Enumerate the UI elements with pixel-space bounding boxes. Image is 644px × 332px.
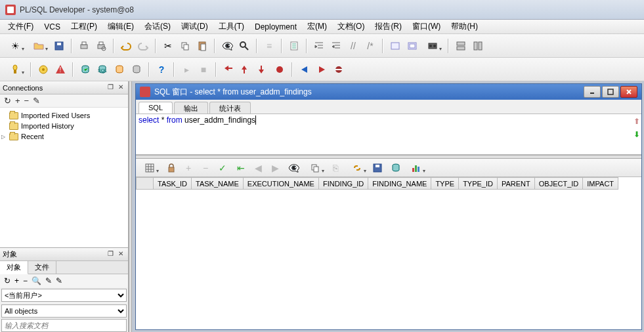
db1-button[interactable]	[112, 62, 127, 77]
find-icon[interactable]: 🔍	[32, 276, 41, 285]
panel-close-icon[interactable]: ✕	[116, 83, 125, 93]
panel-close-icon[interactable]: ✕	[116, 250, 125, 259]
uncomment-button[interactable]: /*	[362, 38, 378, 54]
new-button[interactable]: ☀	[4, 38, 26, 54]
result-grid[interactable]: TASK_ID TASK_NAME EXECUTION_NAME FINDING…	[136, 177, 641, 329]
rollback-button[interactable]: SQL	[95, 62, 110, 77]
rename-icon[interactable]: ✎	[33, 96, 40, 106]
add-icon[interactable]: +	[14, 276, 19, 285]
toggle-breakpoint-button[interactable]	[331, 62, 347, 77]
tab-output[interactable]: 输出	[174, 102, 208, 114]
prev-button[interactable]: ◀	[250, 160, 266, 176]
tree-item[interactable]: Imported Fixed Users	[3, 110, 125, 121]
debug-stop-button[interactable]: ■	[196, 62, 211, 77]
debug-run-button[interactable]: ▸	[179, 62, 194, 77]
link-button[interactable]	[346, 160, 368, 176]
connections-tree[interactable]: Imported Fixed Users Imported History Re…	[0, 108, 128, 247]
paste-button[interactable]	[194, 38, 210, 54]
chart-button[interactable]	[405, 160, 427, 176]
step-out-button[interactable]	[255, 62, 270, 77]
first-button[interactable]: ⇤	[233, 160, 249, 176]
search-input[interactable]	[1, 319, 127, 332]
menu-edit[interactable]: 编辑(E)	[102, 20, 139, 33]
copy-results-button[interactable]	[304, 160, 326, 176]
delete-row-button[interactable]: −	[198, 160, 213, 176]
bookmark-button[interactable]	[387, 38, 403, 54]
nav-back-button[interactable]	[297, 62, 312, 77]
comment-button[interactable]: //	[345, 38, 361, 54]
column-header[interactable]: TYPE	[431, 178, 459, 190]
tree-item[interactable]: Recent	[3, 131, 125, 142]
next-button[interactable]: ▶	[267, 160, 283, 176]
tile-v-button[interactable]	[470, 38, 486, 54]
find-next-button[interactable]	[236, 38, 252, 54]
execute-button[interactable]	[35, 62, 51, 77]
nav-fwd-button[interactable]	[314, 62, 330, 77]
run-to-cursor-button[interactable]	[272, 62, 288, 77]
logon-button[interactable]	[4, 62, 26, 77]
panel-restore-icon[interactable]: ❐	[106, 83, 115, 93]
menu-tools[interactable]: 工具(T)	[213, 20, 249, 33]
clear-button[interactable]	[388, 160, 404, 176]
refresh-icon[interactable]: ↻	[4, 276, 11, 285]
cut-button[interactable]: ✂	[160, 38, 176, 54]
minimize-button[interactable]	[584, 86, 601, 98]
grid-button[interactable]	[139, 160, 161, 176]
tree-item[interactable]: Imported History	[3, 121, 125, 131]
menu-macro[interactable]: 宏(M)	[302, 20, 332, 33]
scroll-up-icon[interactable]: ⬆	[633, 117, 640, 126]
step-into-button[interactable]	[238, 62, 253, 77]
copy-button[interactable]	[177, 38, 193, 54]
menu-deployment[interactable]: Deployment	[249, 21, 302, 33]
menu-session[interactable]: 会话(S)	[139, 20, 176, 33]
tab-sql[interactable]: SQL	[139, 102, 173, 114]
step-over-button[interactable]	[221, 62, 236, 77]
open-button[interactable]	[28, 38, 50, 54]
lock-button[interactable]	[163, 160, 179, 176]
unindent-button[interactable]	[328, 38, 344, 54]
help-button[interactable]: ?	[154, 62, 169, 77]
user-select[interactable]: <当前用户>	[1, 289, 127, 302]
add-icon[interactable]: +	[15, 96, 20, 106]
row-number-header[interactable]	[137, 178, 154, 190]
query-by-example-button[interactable]: 👁‍🗨	[286, 160, 301, 176]
scroll-down-icon[interactable]: ⬇	[633, 130, 640, 139]
window-list-button[interactable]	[404, 38, 420, 54]
sql-window-titlebar[interactable]: SQL 窗口 - select * from user_addm_finding…	[136, 84, 641, 100]
refresh-icon[interactable]: ↻	[4, 96, 11, 106]
menu-project[interactable]: 工程(P)	[66, 20, 102, 33]
remove-icon[interactable]: −	[24, 96, 30, 106]
remove-icon[interactable]: −	[23, 276, 28, 285]
export-button[interactable]: ⎘	[328, 160, 343, 176]
post-button[interactable]: ✓	[215, 160, 230, 176]
column-header[interactable]: TASK_NAME	[192, 178, 244, 190]
column-header[interactable]: FINDING_ID	[318, 178, 368, 190]
column-header[interactable]: OBJECT_ID	[534, 178, 583, 190]
menu-file[interactable]: 文件(F)	[3, 20, 39, 33]
add-row-button[interactable]: +	[181, 160, 196, 176]
db2-button[interactable]	[129, 62, 144, 77]
edit-icon[interactable]: ✎	[56, 276, 62, 285]
column-header[interactable]: PARENT	[497, 178, 534, 190]
redo-button[interactable]	[135, 38, 151, 54]
close-button[interactable]	[620, 86, 637, 98]
menu-debug[interactable]: 调试(D)	[176, 20, 213, 33]
beautify-button[interactable]: ≡	[261, 38, 277, 54]
find-button[interactable]: 👁‍🗨	[219, 38, 235, 54]
menu-help[interactable]: 帮助(H)	[446, 20, 483, 33]
panel-restore-icon[interactable]: ❐	[106, 250, 115, 259]
commit-button[interactable]	[77, 62, 93, 77]
menu-window[interactable]: 窗口(W)	[407, 20, 446, 33]
sql-editor[interactable]: select * from user_addm_findings ⬆ ⬇	[136, 114, 641, 155]
print-preview-button[interactable]	[93, 38, 109, 54]
break-button[interactable]: !	[53, 62, 68, 77]
tab-stats[interactable]: 统计表	[209, 102, 251, 114]
save-button[interactable]	[51, 38, 67, 54]
menu-report[interactable]: 报告(R)	[370, 20, 407, 33]
menu-document[interactable]: 文档(O)	[332, 20, 370, 33]
filter-select[interactable]: All objects	[1, 304, 127, 318]
column-header[interactable]: TASK_ID	[154, 178, 192, 190]
tile-h-button[interactable]	[453, 38, 469, 54]
column-header[interactable]: IMPACT	[583, 178, 618, 190]
column-header[interactable]: TYPE_ID	[459, 178, 498, 190]
